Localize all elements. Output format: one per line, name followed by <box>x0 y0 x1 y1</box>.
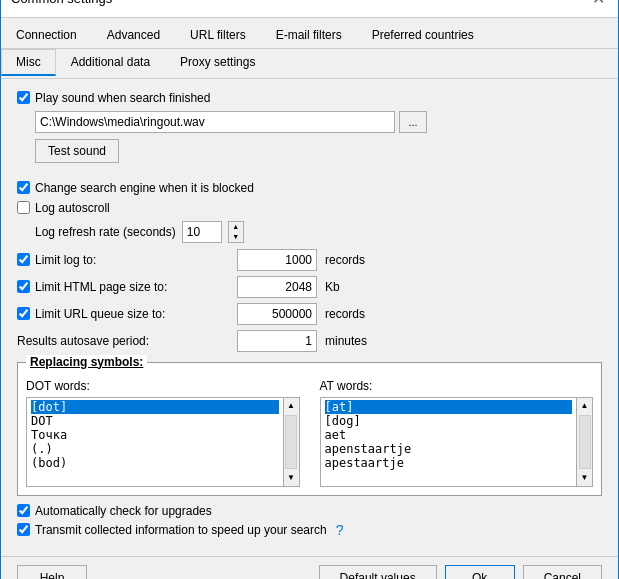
limit-log-input[interactable] <box>237 249 317 271</box>
replacing-columns: DOT words: [dot] DOT Точка (.) (bod) ▲ <box>26 379 593 487</box>
limit-html-unit: Kb <box>325 280 340 294</box>
tab-misc[interactable]: Misc <box>1 49 56 76</box>
at-words-item-2[interactable]: aet <box>325 428 573 442</box>
log-refresh-row: Log refresh rate (seconds) ▲ ▼ <box>35 221 602 243</box>
results-autosave-label: Results autosave period: <box>17 334 237 348</box>
dot-words-item-0[interactable]: [dot] <box>31 400 279 414</box>
auto-check-label: Automatically check for upgrades <box>35 504 212 518</box>
dot-words-item-4[interactable]: (bod) <box>31 456 279 470</box>
replacing-symbols-title: Replacing symbols: <box>26 355 147 369</box>
footer-checks: Automatically check for upgrades Transmi… <box>17 504 602 538</box>
limit-html-label: Limit HTML page size to: <box>17 280 237 294</box>
close-button[interactable]: ✕ <box>588 0 608 9</box>
play-sound-label[interactable]: Play sound when search finished <box>17 91 210 105</box>
at-words-listbox-wrapper: [at] [dog] aet apenstaartje apestaartje … <box>320 397 594 487</box>
dot-words-scrollbar: ▲ ▼ <box>283 398 299 486</box>
change-search-engine-text: Change search engine when it is blocked <box>35 181 254 195</box>
limit-url-row: Limit URL queue size to: records <box>17 303 602 325</box>
tab-preferred-countries[interactable]: Preferred countries <box>357 22 489 48</box>
log-refresh-input[interactable] <box>182 221 222 243</box>
sound-path-row: ... <box>35 111 602 133</box>
browse-button[interactable]: ... <box>399 111 427 133</box>
auto-check-checkbox[interactable] <box>17 504 30 517</box>
help-button[interactable]: Help <box>17 565 87 580</box>
at-scroll-track[interactable] <box>579 415 591 469</box>
default-values-button[interactable]: Default values <box>319 565 437 580</box>
content-area: Play sound when search finished ... Test… <box>1 79 618 556</box>
play-sound-checkbox[interactable] <box>17 91 30 104</box>
play-sound-text: Play sound when search finished <box>35 91 210 105</box>
change-search-engine-row: Change search engine when it is blocked <box>17 181 602 195</box>
results-autosave-input[interactable] <box>237 330 317 352</box>
dot-words-col: DOT words: [dot] DOT Точка (.) (bod) ▲ <box>26 379 300 487</box>
log-autoscroll-row: Log autoscroll <box>17 201 602 215</box>
auto-check-row: Automatically check for upgrades <box>17 504 602 518</box>
limit-html-checkbox[interactable] <box>17 280 30 293</box>
limit-url-input[interactable] <box>237 303 317 325</box>
help-icon[interactable]: ? <box>336 522 344 538</box>
dot-words-item-1[interactable]: DOT <box>31 414 279 428</box>
at-words-item-3[interactable]: apenstaartje <box>325 442 573 456</box>
at-words-title: AT words: <box>320 379 594 393</box>
dot-words-listbox-wrapper: [dot] DOT Точка (.) (bod) ▲ ▼ <box>26 397 300 487</box>
tab-email-filters[interactable]: E-mail filters <box>261 22 357 48</box>
limit-url-checkbox[interactable] <box>17 307 30 320</box>
limit-url-label: Limit URL queue size to: <box>17 307 237 321</box>
sound-path-input[interactable] <box>35 111 395 133</box>
log-refresh-label: Log refresh rate (seconds) <box>35 225 176 239</box>
at-words-item-0[interactable]: [at] <box>325 400 573 414</box>
tab-advanced[interactable]: Advanced <box>92 22 175 48</box>
limit-log-label: Limit log to: <box>17 253 237 267</box>
limit-log-text: Limit log to: <box>35 253 96 267</box>
at-words-col: AT words: [at] [dog] aet apenstaartje ap… <box>320 379 594 487</box>
log-autoscroll-label[interactable]: Log autoscroll <box>17 201 110 215</box>
test-sound-button[interactable]: Test sound <box>35 139 119 163</box>
tab-url-filters[interactable]: URL filters <box>175 22 261 48</box>
results-autosave-unit: minutes <box>325 334 367 348</box>
right-buttons: Default values Ok Cancel <box>319 565 602 580</box>
tabs-row2: Misc Additional data Proxy settings <box>1 49 618 79</box>
change-search-engine-checkbox[interactable] <box>17 181 30 194</box>
at-scroll-down[interactable]: ▼ <box>577 470 593 486</box>
limit-html-input[interactable] <box>237 276 317 298</box>
dot-words-listbox[interactable]: [dot] DOT Точка (.) (bod) <box>27 398 283 486</box>
change-search-engine-label[interactable]: Change search engine when it is blocked <box>17 181 254 195</box>
dot-scroll-down[interactable]: ▼ <box>283 470 299 486</box>
at-words-item-4[interactable]: apestaartje <box>325 456 573 470</box>
spinner-up[interactable]: ▲ <box>229 222 243 232</box>
limit-log-checkbox[interactable] <box>17 253 30 266</box>
cancel-button[interactable]: Cancel <box>523 565 602 580</box>
spinner-down[interactable]: ▼ <box>229 232 243 242</box>
tab-proxy-settings[interactable]: Proxy settings <box>165 49 270 76</box>
tab-additional-data[interactable]: Additional data <box>56 49 165 76</box>
at-scroll-up[interactable]: ▲ <box>577 398 593 414</box>
limit-url-unit: records <box>325 307 365 321</box>
limit-html-row: Limit HTML page size to: Kb <box>17 276 602 298</box>
tab-connection[interactable]: Connection <box>1 22 92 48</box>
at-words-scrollbar: ▲ ▼ <box>576 398 592 486</box>
limit-html-text: Limit HTML page size to: <box>35 280 167 294</box>
bottom-buttons: Help Default values Ok Cancel <box>1 556 618 580</box>
test-sound-wrapper: Test sound <box>17 139 602 173</box>
replacing-symbols-box: Replacing symbols: DOT words: [dot] DOT … <box>17 362 602 496</box>
limit-url-text: Limit URL queue size to: <box>35 307 165 321</box>
transmit-row: Transmit collected information to speed … <box>17 522 602 538</box>
at-words-listbox[interactable]: [at] [dog] aet apenstaartje apestaartje <box>321 398 577 486</box>
dot-scroll-track[interactable] <box>285 415 297 469</box>
log-refresh-spinner: ▲ ▼ <box>228 221 244 243</box>
log-autoscroll-checkbox[interactable] <box>17 201 30 214</box>
dot-scroll-up[interactable]: ▲ <box>283 398 299 414</box>
limit-log-row: Limit log to: records <box>17 249 602 271</box>
dot-words-item-3[interactable]: (.) <box>31 442 279 456</box>
common-settings-window: Common settings ✕ Connection Advanced UR… <box>0 0 619 579</box>
play-sound-row: Play sound when search finished <box>17 91 602 105</box>
transmit-label: Transmit collected information to speed … <box>35 523 327 537</box>
tabs-row1: Connection Advanced URL filters E-mail f… <box>1 18 618 49</box>
transmit-checkbox[interactable] <box>17 523 30 536</box>
window-title: Common settings <box>11 0 112 6</box>
dot-words-item-2[interactable]: Точка <box>31 428 279 442</box>
at-words-item-1[interactable]: [dog] <box>325 414 573 428</box>
title-bar: Common settings ✕ <box>1 0 618 18</box>
results-autosave-row: Results autosave period: minutes <box>17 330 602 352</box>
ok-button[interactable]: Ok <box>445 565 515 580</box>
